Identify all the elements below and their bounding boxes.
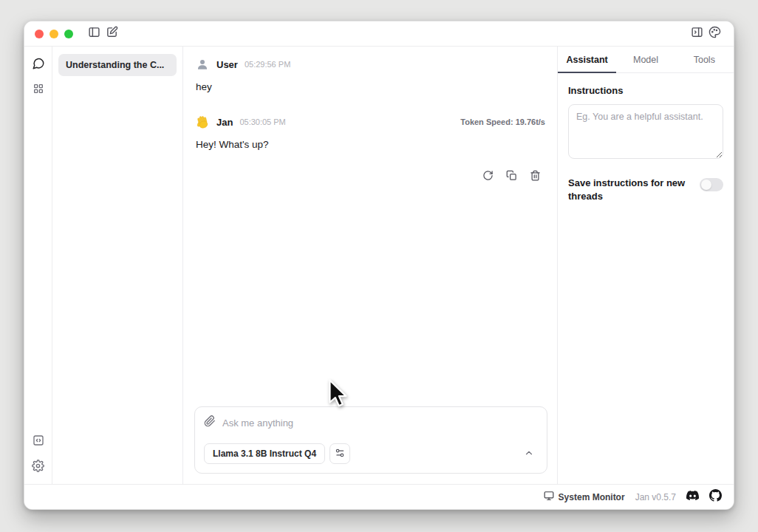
nav-local-api-button[interactable] bbox=[29, 432, 48, 451]
message-text: Hey! What's up? bbox=[196, 139, 547, 150]
discord-link[interactable] bbox=[686, 489, 699, 505]
toggle-right-panel-button[interactable] bbox=[688, 25, 706, 43]
compose-icon bbox=[106, 26, 118, 41]
new-thread-button[interactable] bbox=[103, 25, 120, 43]
token-speed-label: Token Speed: 19.76t/s bbox=[460, 117, 547, 126]
monitor-icon bbox=[544, 491, 554, 503]
system-monitor-button[interactable]: System Monitor bbox=[544, 491, 625, 503]
assistant-message: Jan 05:30:05 PM Token Speed: 19.76t/s He… bbox=[195, 115, 547, 187]
save-instructions-label: Save instructions for new threads bbox=[568, 177, 692, 202]
theme-button[interactable] bbox=[706, 25, 723, 43]
app-window: Understanding the C... User 05:29:56 PM … bbox=[24, 21, 734, 510]
chat-bubble-icon bbox=[32, 57, 45, 73]
titlebar bbox=[24, 21, 734, 47]
paperclip-icon bbox=[204, 415, 216, 430]
message-actions bbox=[195, 166, 547, 187]
toggle-left-panel-button[interactable] bbox=[85, 25, 103, 43]
message-timestamp: 05:29:56 PM bbox=[245, 60, 290, 69]
trash-icon bbox=[530, 170, 541, 183]
message-timestamp: 05:30:05 PM bbox=[239, 117, 285, 126]
zoom-window-button[interactable] bbox=[64, 30, 73, 38]
discord-icon bbox=[686, 489, 699, 505]
user-message: User 05:29:56 PM hey bbox=[195, 57, 547, 92]
thread-list: Understanding the C... bbox=[52, 47, 183, 484]
gear-icon bbox=[32, 460, 44, 475]
jan-wave-emoji-icon bbox=[195, 115, 210, 129]
regenerate-button[interactable] bbox=[477, 166, 498, 187]
message-list: User 05:29:56 PM hey bbox=[183, 47, 557, 406]
grid-icon bbox=[33, 83, 44, 98]
refresh-icon bbox=[482, 170, 494, 183]
message-author: User bbox=[216, 59, 238, 70]
close-window-button[interactable] bbox=[35, 30, 44, 38]
toggle-knob bbox=[701, 180, 711, 190]
github-link[interactable] bbox=[709, 489, 722, 505]
chat-column: User 05:29:56 PM hey bbox=[183, 47, 557, 484]
nav-settings-button[interactable] bbox=[29, 457, 48, 477]
chat-input-box: Llama 3.1 8B Instruct Q4 bbox=[194, 406, 547, 474]
message-author: Jan bbox=[216, 117, 233, 128]
model-selector-button[interactable]: Llama 3.1 8B Instruct Q4 bbox=[204, 443, 325, 464]
model-settings-button[interactable] bbox=[330, 443, 350, 464]
right-panel: Assistant Model Tools Instructions Save … bbox=[557, 47, 734, 484]
app-version-label: Jan v0.5.7 bbox=[635, 492, 676, 502]
thread-list-item[interactable]: Understanding the C... bbox=[58, 54, 177, 76]
github-icon bbox=[709, 489, 722, 505]
message-input[interactable] bbox=[222, 417, 538, 429]
chat-input-area: Llama 3.1 8B Instruct Q4 bbox=[183, 406, 557, 484]
palette-icon bbox=[709, 26, 721, 41]
chevron-up-icon bbox=[524, 448, 534, 460]
icon-rail bbox=[24, 47, 52, 484]
panel-tabs: Assistant Model Tools bbox=[558, 47, 734, 73]
save-instructions-toggle[interactable] bbox=[700, 178, 723, 191]
collapse-input-button[interactable] bbox=[520, 445, 538, 463]
tab-model[interactable]: Model bbox=[616, 47, 675, 72]
minimize-window-button[interactable] bbox=[49, 30, 58, 38]
tab-assistant[interactable]: Assistant bbox=[558, 47, 616, 72]
message-text: hey bbox=[196, 81, 547, 92]
tab-tools[interactable]: Tools bbox=[675, 47, 734, 72]
panel-left-icon bbox=[88, 26, 100, 41]
sliders-icon bbox=[335, 448, 345, 460]
copy-button[interactable] bbox=[501, 166, 522, 187]
traffic-lights bbox=[35, 30, 73, 38]
delete-button[interactable] bbox=[525, 166, 545, 187]
system-monitor-label: System Monitor bbox=[559, 492, 625, 502]
copy-icon bbox=[506, 170, 517, 183]
nav-threads-button[interactable] bbox=[29, 55, 48, 75]
statusbar: System Monitor Jan v0.5.7 bbox=[24, 484, 734, 509]
instructions-input[interactable] bbox=[568, 104, 723, 159]
panel-right-icon bbox=[691, 26, 703, 41]
code-square-icon bbox=[33, 434, 44, 449]
nav-hub-button[interactable] bbox=[29, 81, 48, 100]
user-avatar-icon bbox=[195, 57, 210, 72]
attachment-button[interactable] bbox=[204, 415, 216, 430]
app-body: Understanding the C... User 05:29:56 PM … bbox=[24, 47, 734, 484]
instructions-heading: Instructions bbox=[568, 85, 723, 96]
save-instructions-row: Save instructions for new threads bbox=[568, 177, 723, 202]
assistant-tab-content: Instructions Save instructions for new t… bbox=[558, 73, 734, 214]
